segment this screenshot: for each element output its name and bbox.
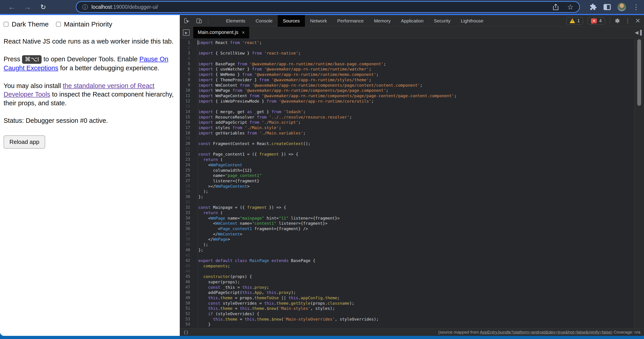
line-number[interactable]: 8 (180, 77, 194, 83)
code-text[interactable]: import ResourceResolver from '../../reso… (194, 115, 352, 120)
line-number[interactable]: 51 (180, 306, 194, 311)
line-number[interactable]: 43 (180, 264, 194, 269)
line-number[interactable]: 45 (180, 274, 194, 280)
line-number[interactable]: 53 (180, 317, 194, 322)
share-icon[interactable] (552, 3, 558, 10)
tab-lighthouse[interactable]: Lighthouse (456, 15, 488, 27)
settings-gear-icon[interactable] (614, 18, 620, 24)
line-number[interactable]: 21 (180, 147, 194, 152)
code-text[interactable]: <WmPageContent (194, 163, 242, 168)
tab-network[interactable]: Network (305, 15, 332, 27)
code-text[interactable]: import { ScrollView } from 'react-native… (194, 51, 301, 56)
line-number[interactable]: 12 (180, 99, 194, 104)
tab-console[interactable]: Console (250, 15, 278, 27)
line-number[interactable]: 39 (180, 242, 194, 248)
line-number[interactable]: 24 (180, 163, 194, 168)
code-text[interactable] (194, 200, 198, 205)
site-info-icon[interactable]: ⓘ (82, 3, 88, 11)
code-text[interactable]: import addPageScript from './Main.script… (194, 120, 301, 125)
code-text[interactable]: name="page_content1" (194, 173, 262, 178)
line-number[interactable]: 29 (180, 189, 194, 194)
code-text[interactable]: this.theme = this.theme.$new('Main-style… (194, 306, 335, 311)
debugger-sidebar-toggle-icon[interactable]: ◀▐ (635, 30, 642, 35)
code-text[interactable] (194, 147, 198, 152)
code-text[interactable]: import BasePage from '@wavemaker/app-rn-… (194, 61, 386, 67)
code-text[interactable]: ></WmPageContent> (194, 184, 250, 189)
code-text[interactable]: const Page_content1 = ({ fragment }) => … (194, 152, 298, 157)
line-number[interactable]: 31 (180, 200, 194, 205)
code-text[interactable]: import styles from './Main.style'; (194, 125, 281, 131)
code-text[interactable] (194, 269, 198, 274)
extensions-icon[interactable] (590, 3, 597, 10)
code-text[interactable]: import { WmMemo } from '@wavemaker/app-r… (194, 72, 379, 77)
code-text[interactable]: import WmPage from '@wavemaker/app-rn-ru… (194, 88, 388, 93)
line-number[interactable]: 20 (180, 141, 194, 147)
code-text[interactable]: import getVariables from './Main.variabl… (194, 131, 306, 136)
line-number[interactable]: 27 (180, 178, 194, 184)
line-number[interactable]: 47 (180, 285, 194, 290)
file-tab-close-icon[interactable]: × (242, 30, 245, 35)
line-number[interactable]: 25 (180, 168, 194, 173)
devtools-close-icon[interactable]: ✕ (635, 17, 640, 24)
line-number[interactable]: 13 (180, 104, 194, 109)
code-text[interactable] (194, 253, 198, 258)
code-text[interactable]: const _this = this.proxy; (194, 285, 269, 290)
code-text[interactable] (194, 104, 198, 109)
code-text[interactable]: export default class MainPage extends Ba… (194, 258, 315, 264)
line-number[interactable]: 23 (180, 157, 194, 163)
line-number[interactable]: 3 (180, 51, 194, 56)
scrollbar-thumb[interactable] (637, 39, 641, 106)
line-number[interactable]: 48 (180, 290, 194, 296)
line-number[interactable]: 34 (180, 216, 194, 221)
file-tab-main-component[interactable]: Main.component.js × (193, 27, 249, 38)
navigator-toggle-icon[interactable]: ▶ (183, 29, 190, 36)
code-text[interactable]: } (194, 322, 210, 327)
line-number[interactable]: 30 (180, 194, 194, 200)
line-number[interactable]: 7 (180, 72, 194, 77)
code-text[interactable]: const Mainpage = ({ fragment }) => { (194, 205, 286, 210)
line-number[interactable]: 32 (180, 205, 194, 210)
line-number[interactable]: 14 (180, 109, 194, 115)
line-number[interactable]: 6 (180, 67, 194, 72)
line-number[interactable]: 40 (180, 248, 194, 253)
code-text[interactable]: const FragmentContext = React.createCont… (194, 141, 310, 147)
line-number[interactable]: 9 (180, 83, 194, 88)
reload-icon[interactable]: ↻ (37, 3, 50, 11)
inspect-element-icon[interactable] (184, 18, 190, 24)
tab-application[interactable]: Application (396, 15, 429, 27)
code-text[interactable]: addPageScript(this.App, this.proxy); (194, 290, 296, 296)
code-text[interactable]: import React from 'react'; (194, 40, 262, 45)
code-text[interactable]: return ( (194, 210, 223, 216)
line-number[interactable]: 38 (180, 237, 194, 242)
code-text[interactable]: }; (194, 248, 203, 253)
code-text[interactable]: components; (194, 264, 230, 269)
checkbox-dark-theme[interactable] (4, 22, 8, 27)
line-number[interactable]: 54 (180, 322, 194, 327)
code-text[interactable]: import { isWebPreviewMode } from '@wavem… (194, 99, 374, 104)
editor-scrollbar[interactable] (634, 39, 644, 328)
line-number[interactable]: 10 (180, 88, 194, 93)
tab-sources[interactable]: Sources (278, 15, 305, 27)
line-number[interactable]: 17 (180, 125, 194, 131)
line-number[interactable]: 5 (180, 61, 194, 67)
device-toolbar-icon[interactable] (196, 18, 202, 24)
code-text[interactable]: </WmContent> (194, 232, 242, 237)
code-text[interactable]: return ( (194, 157, 223, 163)
code-text[interactable]: if (styleOverrides) { (194, 311, 259, 317)
bookmark-star-icon[interactable]: ☆ (567, 3, 574, 11)
code-text[interactable]: <WmPage name="mainpage" hint="11" listen… (194, 216, 340, 221)
devtools-menu-icon[interactable]: ⋮ (625, 17, 631, 24)
code-text[interactable]: <WmContent name="content1" listener={fra… (194, 221, 328, 226)
code-text[interactable]: import { merge, get as _get } from 'loda… (194, 109, 306, 115)
line-number[interactable]: 42 (180, 258, 194, 264)
link[interactable]: the standalone version of React Develope… (4, 82, 154, 98)
checkbox-maintain-priority[interactable] (56, 22, 61, 27)
code-text[interactable]: ); (194, 189, 208, 194)
warnings-badge[interactable]: 1 (566, 17, 583, 25)
code-text[interactable]: import { useWatcher } from '@wavemaker/a… (194, 67, 371, 72)
line-number[interactable]: 36 (180, 226, 194, 232)
line-number[interactable]: 18 (180, 131, 194, 136)
code-text[interactable] (194, 45, 198, 51)
code-text[interactable]: import WmContent from '@wavemaker/app-rn… (194, 83, 422, 88)
line-number[interactable]: 52 (180, 311, 194, 317)
